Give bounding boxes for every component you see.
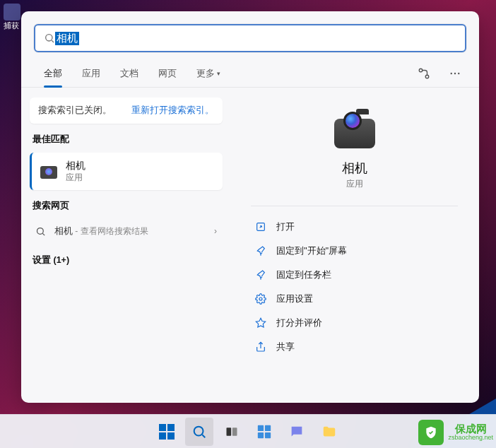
content-area: 搜索索引已关闭。 重新打开搜索索引。 最佳匹配 相机 应用 搜索网页 xyxy=(21,88,479,403)
quick-actions-button[interactable] xyxy=(413,62,435,85)
preview-column: 相机 应用 打开 固定到"开始"屏幕 固定到任务栏 xyxy=(230,88,479,403)
tab-more[interactable]: 更多▾ xyxy=(187,59,230,87)
svg-point-6 xyxy=(458,72,459,73)
preview-title: 相机 xyxy=(251,160,458,177)
chevron-down-icon: ▾ xyxy=(217,70,220,77)
action-pin-taskbar[interactable]: 固定到任务栏 xyxy=(251,263,458,287)
search-panel: 相机 全部 应用 文档 网页 更多▾ 搜索索引已关闭。 重新打开搜索索引。 最佳… xyxy=(21,11,479,403)
index-notice-card: 搜索索引已关闭。 重新打开搜索索引。 xyxy=(30,98,223,124)
svg-line-8 xyxy=(42,233,45,235)
index-notice-link[interactable]: 重新打开搜索索引。 xyxy=(131,105,214,117)
watermark-title: 保成网 xyxy=(448,423,493,435)
chevron-right-icon: › xyxy=(214,226,217,236)
pin-icon xyxy=(255,245,266,257)
capture-tool-icon xyxy=(4,4,20,20)
search-input[interactable]: 相机 xyxy=(55,32,79,45)
windows-logo-icon xyxy=(159,424,175,440)
taskbar-chat[interactable] xyxy=(283,418,311,446)
svg-rect-17 xyxy=(265,425,271,430)
action-share[interactable]: 共享 xyxy=(251,335,458,359)
taskbar-search-button[interactable] xyxy=(185,418,213,446)
results-column: 搜索索引已关闭。 重新打开搜索索引。 最佳匹配 相机 应用 搜索网页 xyxy=(21,88,230,403)
svg-point-4 xyxy=(451,72,452,73)
open-icon xyxy=(255,221,266,232)
result-title: 相机 xyxy=(66,160,85,172)
best-match-result[interactable]: 相机 应用 xyxy=(30,153,223,190)
action-list: 打开 固定到"开始"屏幕 固定到任务栏 应用设置 xyxy=(251,215,458,359)
folder-icon xyxy=(321,424,337,440)
search-box-container: 相机 xyxy=(21,11,479,59)
desktop-shortcut[interactable]: 捕获 xyxy=(4,4,20,31)
more-options-button[interactable] xyxy=(444,62,466,85)
svg-point-12 xyxy=(194,426,203,435)
search-box[interactable]: 相机 xyxy=(34,24,466,52)
index-notice-message: 搜索索引已关闭。 xyxy=(38,105,112,117)
action-open[interactable]: 打开 xyxy=(251,215,458,239)
svg-line-1 xyxy=(52,40,54,42)
action-rate[interactable]: 打分并评价 xyxy=(251,311,458,335)
search-icon xyxy=(35,226,46,237)
svg-marker-11 xyxy=(256,318,265,327)
widgets-icon xyxy=(256,424,272,440)
web-search-term: 相机 xyxy=(54,225,73,236)
taskbar-widgets[interactable] xyxy=(250,418,278,446)
svg-line-13 xyxy=(202,435,205,437)
gear-icon xyxy=(255,293,266,305)
svg-rect-18 xyxy=(258,432,264,437)
taskbar-task-view[interactable] xyxy=(218,418,246,446)
web-search-row[interactable]: 相机 - 查看网络搜索结果 › xyxy=(30,219,223,243)
star-icon xyxy=(255,317,266,329)
tab-all[interactable]: 全部 xyxy=(34,59,72,87)
camera-large-icon xyxy=(332,106,377,151)
tabs-row: 全部 应用 文档 网页 更多▾ xyxy=(21,59,479,88)
svg-point-5 xyxy=(454,72,456,73)
section-settings[interactable]: 设置 (1+) xyxy=(30,247,223,266)
shield-icon xyxy=(418,420,444,445)
section-best-match: 最佳匹配 xyxy=(30,128,223,148)
section-search-web: 搜索网页 xyxy=(30,194,223,215)
camera-app-icon xyxy=(40,163,57,180)
desktop-shortcut-label: 捕获 xyxy=(4,21,19,30)
tab-web[interactable]: 网页 xyxy=(148,59,187,87)
action-app-settings[interactable]: 应用设置 xyxy=(251,287,458,311)
svg-point-0 xyxy=(46,35,52,41)
svg-point-3 xyxy=(425,75,429,78)
search-icon xyxy=(44,33,55,44)
tab-documents[interactable]: 文档 xyxy=(110,59,148,87)
svg-point-7 xyxy=(37,228,44,234)
svg-rect-16 xyxy=(258,425,264,430)
start-button[interactable] xyxy=(153,418,181,446)
flow-icon xyxy=(418,67,430,80)
svg-rect-15 xyxy=(232,428,237,436)
result-subtitle: 应用 xyxy=(66,172,85,183)
svg-rect-19 xyxy=(265,432,271,437)
share-icon xyxy=(255,341,266,353)
chat-icon xyxy=(289,424,305,440)
preview-subtitle: 应用 xyxy=(251,178,458,190)
action-pin-start[interactable]: 固定到"开始"屏幕 xyxy=(251,239,458,263)
svg-point-10 xyxy=(259,297,262,300)
svg-point-2 xyxy=(419,69,423,72)
pin-icon xyxy=(255,269,266,281)
watermark-url: zsbaocheng.net xyxy=(448,435,493,442)
ellipsis-icon xyxy=(449,67,461,80)
svg-rect-14 xyxy=(227,428,232,436)
tab-apps[interactable]: 应用 xyxy=(72,59,110,87)
taskbar-explorer[interactable] xyxy=(315,418,343,446)
divider xyxy=(251,206,458,206)
web-search-hint: - 查看网络搜索结果 xyxy=(73,226,148,236)
task-view-icon xyxy=(225,425,239,439)
preview-pane: 相机 应用 打开 固定到"开始"屏幕 固定到任务栏 xyxy=(251,106,458,359)
search-icon xyxy=(191,424,207,440)
watermark-badge: 保成网 zsbaocheng.net xyxy=(418,420,493,445)
